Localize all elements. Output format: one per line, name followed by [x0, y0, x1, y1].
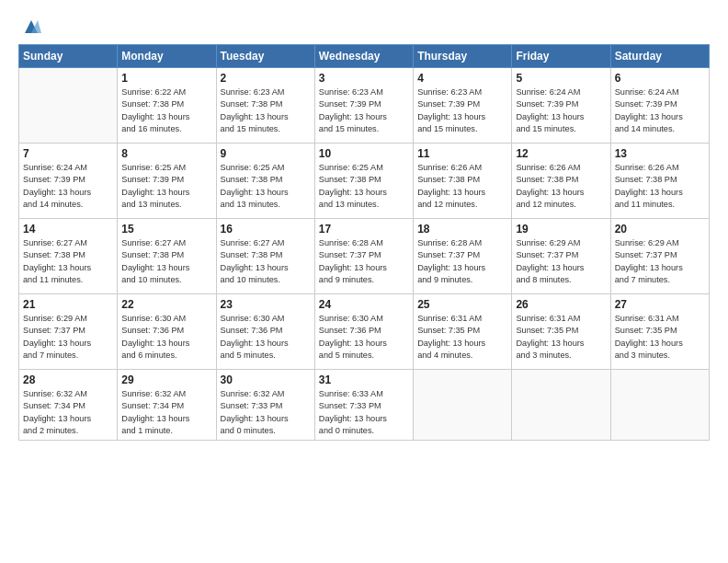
day-number: 27	[615, 298, 705, 311]
day-number: 13	[615, 147, 705, 160]
day-number: 18	[417, 223, 507, 236]
day-info: Sunrise: 6:28 AM Sunset: 7:37 PM Dayligh…	[417, 237, 507, 286]
day-info: Sunrise: 6:27 AM Sunset: 7:38 PM Dayligh…	[23, 237, 113, 286]
logo	[18, 15, 41, 37]
calendar-week-row: 1Sunrise: 6:22 AM Sunset: 7:38 PM Daylig…	[19, 68, 710, 144]
calendar-day-cell: 29Sunrise: 6:32 AM Sunset: 7:34 PM Dayli…	[118, 370, 216, 441]
calendar-table: SundayMondayTuesdayWednesdayThursdayFrid…	[18, 44, 710, 441]
day-number: 10	[319, 147, 409, 160]
calendar-day-cell: 26Sunrise: 6:31 AM Sunset: 7:35 PM Dayli…	[512, 294, 610, 370]
day-info: Sunrise: 6:30 AM Sunset: 7:36 PM Dayligh…	[121, 313, 211, 362]
day-info: Sunrise: 6:32 AM Sunset: 7:34 PM Dayligh…	[23, 388, 113, 437]
day-number: 2	[221, 72, 311, 85]
day-info: Sunrise: 6:29 AM Sunset: 7:37 PM Dayligh…	[516, 237, 606, 286]
calendar-body: 1Sunrise: 6:22 AM Sunset: 7:38 PM Daylig…	[19, 68, 710, 441]
calendar-day-cell: 16Sunrise: 6:27 AM Sunset: 7:38 PM Dayli…	[216, 219, 314, 294]
day-number: 12	[516, 147, 606, 160]
calendar-day-cell: 4Sunrise: 6:23 AM Sunset: 7:39 PM Daylig…	[414, 68, 512, 144]
day-number: 26	[516, 298, 606, 311]
day-number: 17	[319, 223, 409, 236]
calendar-day-cell: 3Sunrise: 6:23 AM Sunset: 7:39 PM Daylig…	[314, 68, 413, 144]
day-number: 28	[23, 373, 113, 386]
calendar-day-cell: 27Sunrise: 6:31 AM Sunset: 7:35 PM Dayli…	[610, 294, 709, 370]
day-number: 19	[516, 223, 606, 236]
day-info: Sunrise: 6:31 AM Sunset: 7:35 PM Dayligh…	[516, 313, 606, 362]
day-number: 9	[221, 147, 311, 160]
day-number: 6	[615, 72, 705, 85]
day-info: Sunrise: 6:26 AM Sunset: 7:38 PM Dayligh…	[417, 162, 507, 211]
day-info: Sunrise: 6:31 AM Sunset: 7:35 PM Dayligh…	[615, 313, 705, 362]
calendar-day-cell: 19Sunrise: 6:29 AM Sunset: 7:37 PM Dayli…	[512, 219, 610, 294]
calendar-day-cell: 13Sunrise: 6:26 AM Sunset: 7:38 PM Dayli…	[610, 144, 709, 219]
calendar-day-cell: 8Sunrise: 6:25 AM Sunset: 7:39 PM Daylig…	[118, 144, 216, 219]
day-info: Sunrise: 6:23 AM Sunset: 7:39 PM Dayligh…	[417, 86, 507, 135]
calendar-day-cell: 23Sunrise: 6:30 AM Sunset: 7:36 PM Dayli…	[216, 294, 314, 370]
calendar-day-cell: 6Sunrise: 6:24 AM Sunset: 7:39 PM Daylig…	[610, 68, 709, 144]
day-number: 15	[121, 223, 211, 236]
calendar-week-row: 14Sunrise: 6:27 AM Sunset: 7:38 PM Dayli…	[19, 219, 710, 294]
day-info: Sunrise: 6:30 AM Sunset: 7:36 PM Dayligh…	[221, 313, 311, 362]
calendar-day-cell	[19, 68, 118, 144]
calendar-day-cell: 5Sunrise: 6:24 AM Sunset: 7:39 PM Daylig…	[512, 68, 610, 144]
calendar-day-cell: 30Sunrise: 6:32 AM Sunset: 7:33 PM Dayli…	[216, 370, 314, 441]
day-info: Sunrise: 6:23 AM Sunset: 7:39 PM Dayligh…	[319, 86, 409, 135]
calendar-day-cell: 2Sunrise: 6:23 AM Sunset: 7:38 PM Daylig…	[216, 68, 314, 144]
day-info: Sunrise: 6:29 AM Sunset: 7:37 PM Dayligh…	[615, 237, 705, 286]
day-info: Sunrise: 6:26 AM Sunset: 7:38 PM Dayligh…	[615, 162, 705, 211]
calendar-header-cell: Thursday	[414, 45, 512, 68]
calendar-day-cell: 21Sunrise: 6:29 AM Sunset: 7:37 PM Dayli…	[19, 294, 118, 370]
day-info: Sunrise: 6:25 AM Sunset: 7:38 PM Dayligh…	[221, 162, 311, 211]
calendar-day-cell: 9Sunrise: 6:25 AM Sunset: 7:38 PM Daylig…	[216, 144, 314, 219]
calendar-day-cell: 25Sunrise: 6:31 AM Sunset: 7:35 PM Dayli…	[414, 294, 512, 370]
day-info: Sunrise: 6:24 AM Sunset: 7:39 PM Dayligh…	[615, 86, 705, 135]
calendar-day-cell: 18Sunrise: 6:28 AM Sunset: 7:37 PM Dayli…	[414, 219, 512, 294]
day-number: 21	[23, 298, 113, 311]
calendar-day-cell: 15Sunrise: 6:27 AM Sunset: 7:38 PM Dayli…	[118, 219, 216, 294]
day-number: 3	[319, 72, 409, 85]
day-info: Sunrise: 6:31 AM Sunset: 7:35 PM Dayligh…	[417, 313, 507, 362]
day-number: 31	[319, 373, 409, 386]
day-info: Sunrise: 6:32 AM Sunset: 7:33 PM Dayligh…	[221, 388, 311, 437]
day-info: Sunrise: 6:23 AM Sunset: 7:38 PM Dayligh…	[221, 86, 311, 135]
calendar-header-cell: Friday	[512, 45, 610, 68]
page: SundayMondayTuesdayWednesdayThursdayFrid…	[0, 0, 728, 563]
calendar-day-cell	[512, 370, 610, 441]
day-number: 1	[121, 72, 211, 85]
calendar-week-row: 28Sunrise: 6:32 AM Sunset: 7:34 PM Dayli…	[19, 370, 710, 441]
day-number: 16	[221, 223, 311, 236]
day-number: 8	[121, 147, 211, 160]
calendar-day-cell: 20Sunrise: 6:29 AM Sunset: 7:37 PM Dayli…	[610, 219, 709, 294]
calendar-day-cell: 7Sunrise: 6:24 AM Sunset: 7:39 PM Daylig…	[19, 144, 118, 219]
calendar-day-cell: 24Sunrise: 6:30 AM Sunset: 7:36 PM Dayli…	[314, 294, 413, 370]
logo-icon	[21, 17, 41, 37]
day-info: Sunrise: 6:29 AM Sunset: 7:37 PM Dayligh…	[23, 313, 113, 362]
calendar-week-row: 7Sunrise: 6:24 AM Sunset: 7:39 PM Daylig…	[19, 144, 710, 219]
day-info: Sunrise: 6:24 AM Sunset: 7:39 PM Dayligh…	[23, 162, 113, 211]
calendar-day-cell: 22Sunrise: 6:30 AM Sunset: 7:36 PM Dayli…	[118, 294, 216, 370]
day-info: Sunrise: 6:27 AM Sunset: 7:38 PM Dayligh…	[121, 237, 211, 286]
day-info: Sunrise: 6:32 AM Sunset: 7:34 PM Dayligh…	[121, 388, 211, 437]
day-number: 22	[121, 298, 211, 311]
day-number: 11	[417, 147, 507, 160]
calendar-day-cell: 28Sunrise: 6:32 AM Sunset: 7:34 PM Dayli…	[19, 370, 118, 441]
day-number: 29	[121, 373, 211, 386]
day-number: 23	[221, 298, 311, 311]
header	[18, 15, 710, 37]
day-number: 7	[23, 147, 113, 160]
day-info: Sunrise: 6:24 AM Sunset: 7:39 PM Dayligh…	[516, 86, 606, 135]
day-info: Sunrise: 6:25 AM Sunset: 7:38 PM Dayligh…	[319, 162, 409, 211]
calendar-header-cell: Monday	[118, 45, 216, 68]
day-info: Sunrise: 6:25 AM Sunset: 7:39 PM Dayligh…	[121, 162, 211, 211]
day-info: Sunrise: 6:28 AM Sunset: 7:37 PM Dayligh…	[319, 237, 409, 286]
calendar-header-row: SundayMondayTuesdayWednesdayThursdayFrid…	[19, 45, 710, 68]
calendar-day-cell	[610, 370, 709, 441]
calendar-header-cell: Tuesday	[216, 45, 314, 68]
calendar-day-cell: 10Sunrise: 6:25 AM Sunset: 7:38 PM Dayli…	[314, 144, 413, 219]
day-info: Sunrise: 6:22 AM Sunset: 7:38 PM Dayligh…	[121, 86, 211, 135]
day-info: Sunrise: 6:27 AM Sunset: 7:38 PM Dayligh…	[221, 237, 311, 286]
day-number: 4	[417, 72, 507, 85]
day-info: Sunrise: 6:33 AM Sunset: 7:33 PM Dayligh…	[319, 388, 409, 437]
calendar-day-cell: 12Sunrise: 6:26 AM Sunset: 7:38 PM Dayli…	[512, 144, 610, 219]
day-number: 25	[417, 298, 507, 311]
calendar-day-cell: 31Sunrise: 6:33 AM Sunset: 7:33 PM Dayli…	[314, 370, 413, 441]
